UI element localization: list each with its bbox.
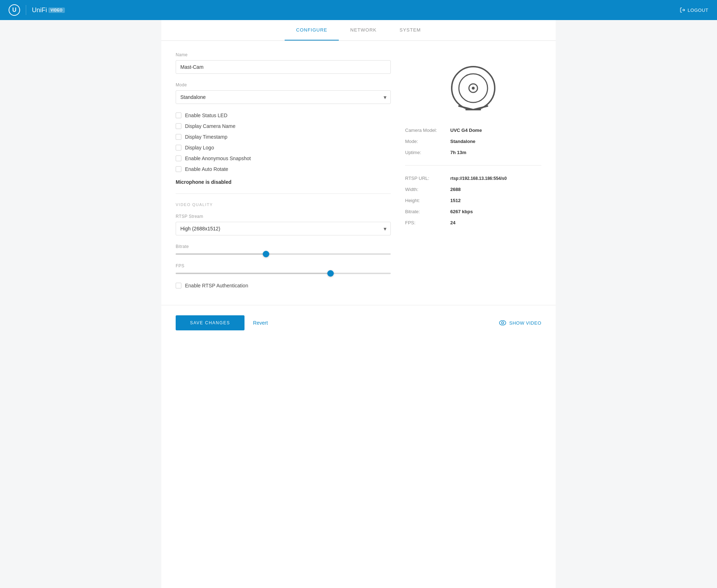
name-field-group: Name <box>176 52 391 74</box>
checkbox-rtsp-auth-box[interactable] <box>176 283 181 288</box>
mode-select-wrapper: Standalone Managed ▾ <box>176 90 391 104</box>
height-row: Height: 1512 <box>405 198 541 203</box>
name-input[interactable] <box>176 60 391 74</box>
width-val: 2688 <box>450 187 461 192</box>
checkbox-auto-rotate[interactable]: Enable Auto Rotate <box>176 166 391 172</box>
bitrate-label: Bitrate <box>176 244 391 249</box>
camera-mode-key: Mode: <box>405 139 445 144</box>
checkbox-timestamp-box[interactable] <box>176 134 181 140</box>
logout-button[interactable]: LOGOUT <box>680 7 708 13</box>
camera-uptime-key: Uptime: <box>405 150 445 155</box>
checkbox-anon-snapshot-box[interactable] <box>176 156 181 161</box>
left-column: Name Mode Standalone Managed ▾ <box>176 52 391 293</box>
fps-info-key: FPS: <box>405 220 445 225</box>
mic-disabled-label: Microphone is disabled <box>176 179 391 185</box>
camera-info-table: Camera Model: UVC G4 Dome Mode: Standalo… <box>405 128 541 155</box>
ubiquiti-logo: U <box>9 4 20 16</box>
checkbox-status-led[interactable]: Enable Status LED <box>176 113 391 118</box>
content-area: Name Mode Standalone Managed ▾ <box>161 41 556 305</box>
checkbox-rtsp-auth[interactable]: Enable RTSP Authentication <box>176 283 391 288</box>
logout-icon <box>680 7 685 13</box>
checkbox-anon-snapshot-label: Enable Anonymous Snapshot <box>185 156 251 161</box>
unifi-video-logo: UniFi VIDEO <box>32 6 65 14</box>
checkbox-auto-rotate-label: Enable Auto Rotate <box>185 166 228 172</box>
checkbox-list: Enable Status LED Display Camera Name Di… <box>176 113 391 172</box>
bitrate-slider-fill <box>176 253 266 255</box>
rtsp-stream-select[interactable]: High (2688x1512) Medium Low <box>176 222 391 235</box>
tabs-bar: CONFIGURE NETWORK SYSTEM <box>161 20 556 41</box>
width-key: Width: <box>405 187 445 192</box>
product-badge: VIDEO <box>48 8 65 13</box>
section-divider-1 <box>176 193 391 194</box>
stream-info-table: RTSP URL: rtsp://192.168.13.186:554/s0 W… <box>405 176 541 225</box>
checkbox-anon-snapshot[interactable]: Enable Anonymous Snapshot <box>176 156 391 161</box>
checkbox-logo[interactable]: Display Logo <box>176 145 391 150</box>
camera-icon-wrapper <box>405 52 541 128</box>
right-column: Camera Model: UVC G4 Dome Mode: Standalo… <box>405 52 541 293</box>
fps-slider-fill <box>176 273 331 274</box>
tab-network[interactable]: NETWORK <box>339 20 388 40</box>
checkbox-camera-name-label: Display Camera Name <box>185 123 236 129</box>
camera-mode-val: Standalone <box>450 139 475 144</box>
camera-mode-row: Mode: Standalone <box>405 139 541 144</box>
fps-slider-thumb[interactable] <box>327 270 334 277</box>
show-video-button[interactable]: SHOW VIDEO <box>499 320 541 326</box>
main-container: CONFIGURE NETWORK SYSTEM Name Mode Stand… <box>161 20 556 588</box>
checkbox-logo-box[interactable] <box>176 145 181 150</box>
bitrate-slider-thumb[interactable] <box>263 251 269 257</box>
bitrate-info-row: Bitrate: 6267 kbps <box>405 209 541 214</box>
brand-name: UniFi <box>32 6 47 14</box>
show-video-icon <box>499 320 506 325</box>
rtsp-url-row: RTSP URL: rtsp://192.168.13.186:554/s0 <box>405 176 541 181</box>
camera-uptime-val: 7h 13m <box>450 150 466 155</box>
rtsp-stream-select-wrapper: High (2688x1512) Medium Low ▾ <box>176 222 391 235</box>
section-divider-2 <box>405 165 541 166</box>
svg-point-8 <box>499 321 506 325</box>
camera-uptime-row: Uptime: 7h 13m <box>405 150 541 155</box>
checkbox-timestamp-label: Display Timestamp <box>185 134 227 140</box>
footer-bar: SAVE CHANGES Revert SHOW VIDEO <box>161 305 556 340</box>
mode-select[interactable]: Standalone Managed <box>176 90 391 104</box>
camera-model-val: UVC G4 Dome <box>450 128 482 133</box>
bitrate-field-group: Bitrate <box>176 244 391 255</box>
header-divider <box>26 5 26 15</box>
rtsp-stream-label: RTSP Stream <box>176 214 391 219</box>
fps-label: FPS <box>176 263 391 268</box>
checkbox-rtsp-auth-label: Enable RTSP Authentication <box>185 283 248 288</box>
camera-model-row: Camera Model: UVC G4 Dome <box>405 128 541 133</box>
ubiquiti-u-icon: U <box>9 4 20 16</box>
tab-system[interactable]: SYSTEM <box>388 20 432 40</box>
checkbox-status-led-label: Enable Status LED <box>185 113 227 118</box>
checkbox-status-led-box[interactable] <box>176 113 181 118</box>
header-left: U UniFi VIDEO <box>9 4 65 16</box>
checkbox-logo-label: Display Logo <box>185 145 214 150</box>
fps-slider-track <box>176 273 391 274</box>
height-val: 1512 <box>450 198 461 203</box>
name-label: Name <box>176 52 391 57</box>
two-column-layout: Name Mode Standalone Managed ▾ <box>176 52 541 293</box>
height-key: Height: <box>405 198 445 203</box>
svg-point-9 <box>502 322 504 324</box>
fps-info-val: 24 <box>450 220 455 225</box>
save-changes-button[interactable]: SAVE CHANGES <box>176 315 244 330</box>
bitrate-slider-container <box>176 253 391 255</box>
rtsp-url-key: RTSP URL: <box>405 176 445 181</box>
revert-link[interactable]: Revert <box>253 320 268 326</box>
checkbox-timestamp[interactable]: Display Timestamp <box>176 134 391 140</box>
bitrate-info-val: 6267 kbps <box>450 209 473 214</box>
bitrate-info-key: Bitrate: <box>405 209 445 214</box>
checkbox-camera-name-box[interactable] <box>176 123 181 129</box>
rtsp-stream-field-group: RTSP Stream High (2688x1512) Medium Low … <box>176 214 391 235</box>
width-row: Width: 2688 <box>405 187 541 192</box>
bitrate-slider-track <box>176 253 391 255</box>
mode-label: Mode <box>176 82 391 87</box>
svg-point-4 <box>472 87 475 90</box>
tab-configure[interactable]: CONFIGURE <box>285 20 339 40</box>
fps-slider-container <box>176 273 391 274</box>
mode-field-group: Mode Standalone Managed ▾ <box>176 82 391 104</box>
show-video-label: SHOW VIDEO <box>509 320 541 326</box>
fps-info-row: FPS: 24 <box>405 220 541 225</box>
checkbox-auto-rotate-box[interactable] <box>176 166 181 172</box>
checkbox-camera-name[interactable]: Display Camera Name <box>176 123 391 129</box>
video-quality-title: VIDEO QUALITY <box>176 202 391 207</box>
